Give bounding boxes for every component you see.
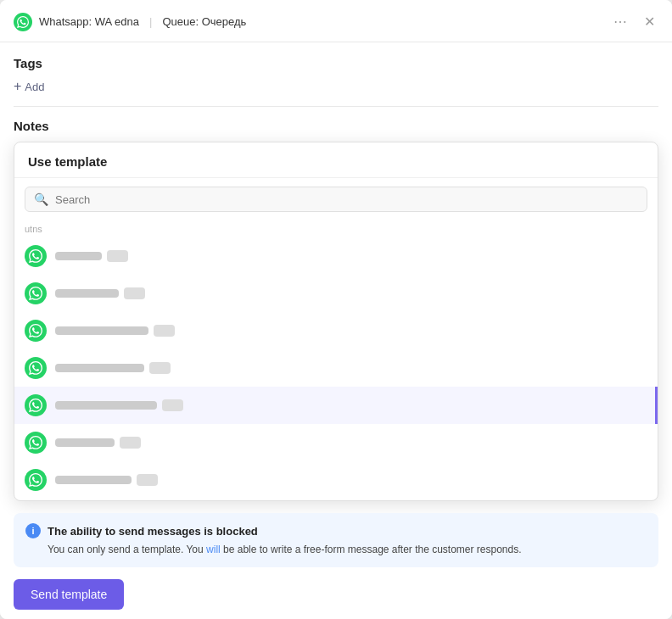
- template-item[interactable]: [14, 424, 658, 461]
- info-icon: i: [25, 523, 41, 538]
- search-icon: 🔍: [34, 192, 48, 206]
- template-badge: [124, 287, 145, 299]
- template-item-text: [55, 362, 647, 374]
- active-bar: [655, 387, 658, 424]
- title-divider: |: [149, 15, 152, 28]
- search-input[interactable]: [55, 193, 638, 206]
- template-item-text: [55, 437, 647, 449]
- template-name: [55, 289, 119, 298]
- notes-section-title: Notes: [14, 119, 658, 133]
- title-bar-left: Whatsapp: WA edna | Queue: Очередь: [14, 13, 246, 31]
- send-template-button[interactable]: Send template: [14, 579, 124, 610]
- template-item-text: [55, 399, 647, 411]
- template-panel-header: Use template: [14, 142, 658, 178]
- template-wa-icon: [25, 394, 47, 416]
- title-bar-right: ⋯ ✕: [610, 12, 658, 31]
- info-body-after: be able to write a free-form message aft…: [221, 544, 522, 555]
- template-wa-icon: [25, 245, 47, 267]
- template-item[interactable]: [14, 312, 658, 349]
- section-divider-1: [14, 106, 658, 107]
- template-badge: [107, 250, 128, 262]
- template-name: [55, 364, 144, 372]
- template-item[interactable]: [14, 349, 658, 387]
- queue-label: Queue: Очередь: [162, 15, 246, 28]
- template-item-text: [55, 325, 647, 337]
- template-wa-icon: [25, 282, 47, 304]
- template-name: [55, 476, 132, 484]
- template-name: [55, 438, 115, 447]
- search-input-wrap: 🔍: [25, 187, 647, 212]
- add-tag-label: Add: [25, 81, 44, 93]
- template-item[interactable]: [14, 237, 658, 275]
- template-list: [14, 237, 658, 500]
- whatsapp-channel-label: Whatsapp: WA edna: [39, 15, 139, 28]
- info-body-highlight: will: [206, 544, 221, 555]
- close-button[interactable]: ✕: [641, 12, 658, 31]
- template-item-text: [55, 287, 647, 299]
- info-body-before: You can only send a template. You: [48, 544, 206, 555]
- template-badge: [120, 437, 141, 449]
- template-item[interactable]: [14, 275, 658, 312]
- sidebar-content: Tags + Add Notes Use template 🔍 utns: [0, 42, 672, 619]
- main-window: Whatsapp: WA edna | Queue: Очередь ⋯ ✕ T…: [0, 0, 672, 619]
- template-item-text: [55, 250, 647, 262]
- template-badge: [154, 325, 175, 337]
- info-notice-row1: i The ability to send messages is blocke…: [25, 523, 647, 538]
- tags-section-title: Tags: [14, 56, 658, 70]
- template-item-text: [55, 474, 647, 486]
- template-item[interactable]: [14, 387, 658, 424]
- more-options-button[interactable]: ⋯: [610, 12, 630, 31]
- info-notice-body: You can only send a template. You will b…: [25, 542, 647, 557]
- search-bar: 🔍: [14, 178, 658, 220]
- template-name: [55, 252, 102, 260]
- template-section-label: utns: [14, 220, 658, 237]
- template-badge: [149, 362, 171, 374]
- title-bar: Whatsapp: WA edna | Queue: Очередь ⋯ ✕: [0, 0, 672, 42]
- plus-icon: +: [14, 79, 21, 94]
- info-notice: i The ability to send messages is blocke…: [14, 513, 658, 567]
- template-name: [55, 401, 157, 410]
- template-item[interactable]: [14, 461, 658, 499]
- template-badge: [137, 474, 158, 486]
- template-badge: [162, 399, 183, 411]
- template-panel: Use template 🔍 utns: [14, 142, 658, 501]
- template-wa-icon: [25, 432, 47, 454]
- whatsapp-icon: [14, 13, 32, 31]
- add-tag-button[interactable]: + Add: [14, 79, 44, 94]
- template-wa-icon: [25, 320, 47, 342]
- info-notice-title: The ability to send messages is blocked: [48, 525, 258, 538]
- template-wa-icon: [25, 357, 47, 379]
- template-name: [55, 326, 148, 335]
- template-item[interactable]: [14, 499, 658, 500]
- template-wa-icon: [25, 469, 47, 491]
